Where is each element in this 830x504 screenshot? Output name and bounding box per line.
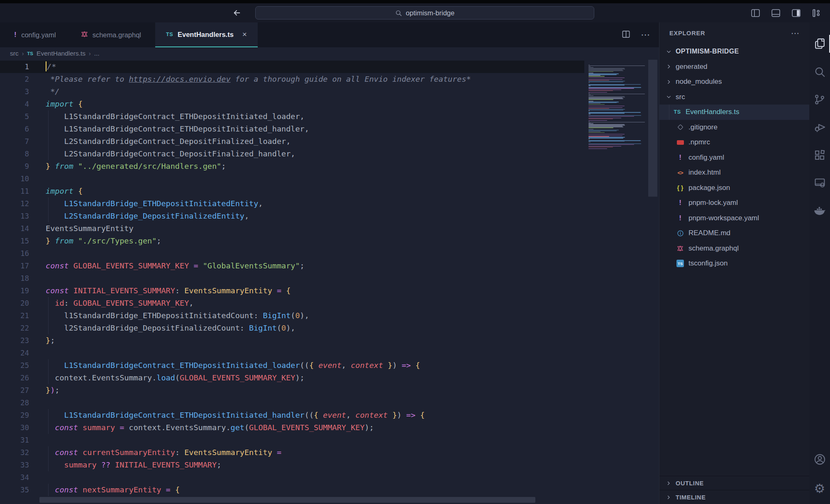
code-line[interactable]: 20 id: GLOBAL_EVENTS_SUMMARY_KEY, [0,297,659,309]
tree-item-node-modules[interactable]: node_modules [659,74,809,90]
timeline-section[interactable]: TIMELINE [659,490,809,504]
settings-gear-icon[interactable]: ⚙ [809,473,830,504]
horizontal-scrollbar[interactable] [39,497,535,503]
code-line[interactable]: 4import { [0,98,659,110]
code-line[interactable]: 11import { [0,185,659,197]
tree-root-optimism-bridge[interactable]: OPTIMISM-BRIDGE [659,44,809,59]
code-line[interactable]: 19const INITIAL_EVENTS_SUMMARY: EventsSu… [0,285,659,297]
code-line[interactable]: 12 L1StandardBridge_ETHDepositInitiatedE… [0,197,659,210]
yaml-warning-icon: ! [14,31,17,39]
outline-section[interactable]: OUTLINE [659,476,809,490]
breadcrumb-file[interactable]: EventHandlers.ts [37,50,85,57]
code-line[interactable]: 35 const nextSummaryEntity = { [0,484,659,496]
code-line[interactable]: 3 */ [0,85,659,98]
code-line[interactable]: 30 const summary = context.EventsSummary… [0,421,659,434]
code-line[interactable]: 17const GLOBAL_EVENTS_SUMMARY_KEY = "Glo… [0,260,659,272]
chevron-right-icon [665,64,672,69]
code-line[interactable]: 26 context.EventsSummary.load(GLOBAL_EVE… [0,372,659,384]
source-control-icon[interactable] [809,85,830,113]
code-text: *Please refer to https://docs.envio.dev … [46,73,471,85]
line-number: 26 [0,372,29,384]
code-line[interactable]: 2 *Please refer to https://docs.envio.de… [0,73,659,85]
code-line[interactable]: 25 L1StandardBridgeContract_ETHDepositIn… [0,359,659,372]
code-text: const summary = context.EventsSummary.ge… [46,421,374,434]
code-line[interactable]: 9} from "../generated/src/Handlers.gen"; [0,160,659,173]
code-line[interactable]: 33 summary ?? INITIAL_EVENTS_SUMMARY; [0,459,659,471]
tree-item--npmrc[interactable]: .npmrc [659,135,809,150]
code-line[interactable]: 10 [0,173,659,185]
code-line[interactable]: 24 [0,347,659,359]
code-line[interactable]: 14EventsSummaryEntity [0,222,659,235]
line-number: 25 [0,359,29,372]
code-line[interactable]: 8 L2StandardBridgeContract_DepositFinali… [0,148,659,160]
more-actions-icon[interactable]: ⋯ [641,29,651,40]
chevron-right-icon: › [89,50,91,57]
tab-config-yaml[interactable]: ! config.yaml [3,22,67,47]
tab-schema-graphql[interactable]: schema.graphql [70,22,152,47]
customize-layout-icon[interactable] [810,7,823,19]
remote-explorer-icon[interactable] [809,169,830,197]
minimap[interactable] [588,65,646,149]
code-line[interactable]: 13 L2StandardBridge_DepositFinalizedEnti… [0,210,659,222]
timeline-label: TIMELINE [676,494,706,501]
explorer-more-actions-icon[interactable]: ⋯ [791,28,800,38]
tree-item-config-yaml[interactable]: !config.yaml [659,150,809,166]
tree-item-tsconfig-json[interactable]: TStsconfig.json [659,256,809,271]
code-line[interactable]: 28 [0,397,659,409]
extensions-icon[interactable] [809,141,830,169]
toggle-primary-sidebar-icon[interactable] [749,7,762,19]
title-bar: optimism-bridge [0,3,830,22]
run-and-debug-icon[interactable] [809,113,830,141]
code-text: EventsSummaryEntity [46,222,134,235]
code-line[interactable]: 18 [0,272,659,285]
line-number: 4 [0,98,29,110]
code-line[interactable]: 32 const currentSummaryEntity: EventsSum… [0,446,659,459]
code-line[interactable]: 15} from "./src/Types.gen"; [0,235,659,247]
accounts-icon[interactable] [809,446,830,473]
tab-eventhandlers-ts[interactable]: TS EventHandlers.ts × [155,22,258,47]
code-line[interactable]: 7 L2StandardBridgeContract_DepositFinali… [0,135,659,148]
tree-item-eventhandlers-ts[interactable]: TSEventHandlers.ts [659,105,809,120]
code-line[interactable]: 29 L1StandardBridgeContract_ETHDepositIn… [0,409,659,421]
split-editor-icon[interactable] [621,29,631,41]
tree-item--gitignore[interactable]: .gitignore [659,120,809,135]
search-icon[interactable] [809,58,830,85]
tree-item-generated[interactable]: generated [659,59,809,75]
tree-item-index-html[interactable]: <>index.html [659,165,809,180]
line-number: 32 [0,446,29,459]
toggle-secondary-sidebar-icon[interactable] [790,7,802,19]
docker-icon[interactable] [809,197,830,224]
tree-item-pnpm-workspace-yaml[interactable]: !pnpm-workspace.yaml [659,211,809,226]
tree-item-readme-md[interactable]: README.md [659,226,809,241]
tree-item-pnpm-lock-yaml[interactable]: !pnpm-lock.yaml [659,195,809,211]
code-editor[interactable]: 1/*2 *Please refer to https://docs.envio… [0,60,659,504]
tree-item-schema-graphql[interactable]: schema.graphql [659,241,809,256]
window-top-edge [0,0,830,3]
breadcrumb-src[interactable]: src [10,50,19,57]
command-center-search[interactable]: optimism-bridge [255,6,594,19]
code-line[interactable]: 6 L1StandardBridgeContract_ETHDepositIni… [0,123,659,135]
close-icon[interactable]: × [242,30,247,39]
code-line[interactable]: 16 [0,247,659,260]
breadcrumb-symbol[interactable]: ... [94,50,100,57]
tree-item-package-json[interactable]: { }package.json [659,180,809,196]
code-line[interactable]: 34 [0,471,659,484]
tree-item-src[interactable]: src [659,90,809,105]
code-line[interactable]: 1/* [0,61,659,73]
code-line[interactable]: 21 l1StandardBridge_ETHDepositInitiatedC… [0,309,659,322]
line-number: 21 [0,309,29,322]
tree-item-label: src [676,93,685,101]
toggle-panel-icon[interactable] [769,7,782,19]
code-line[interactable]: 5 L1StandardBridgeContract_ETHDepositIni… [0,110,659,123]
code-text: const nextSummaryEntity = { [46,484,180,496]
code-line[interactable]: 23}; [0,334,659,347]
back-arrow-icon[interactable] [231,7,243,19]
line-number: 30 [0,421,29,434]
explorer-icon[interactable] [809,30,830,58]
code-line[interactable]: 31 [0,434,659,446]
line-number: 28 [0,397,29,409]
code-line[interactable]: 27}); [0,384,659,397]
vertical-scrollbar[interactable] [648,60,657,197]
yaml-warning-icon: ! [676,214,685,222]
code-line[interactable]: 22 l2StandardBridge_DepositFinalizedCoun… [0,322,659,334]
